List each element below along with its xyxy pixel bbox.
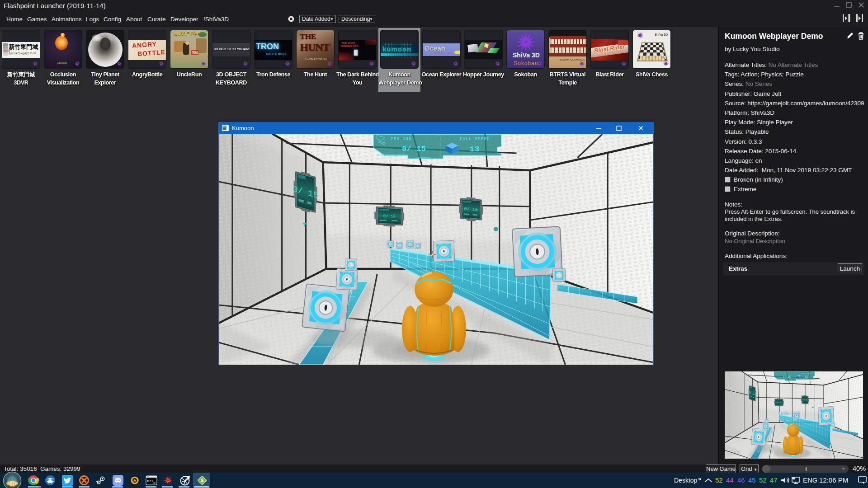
svg-text:$: $ [201, 478, 203, 483]
svg-text:C:\: C:\ [147, 479, 154, 483]
